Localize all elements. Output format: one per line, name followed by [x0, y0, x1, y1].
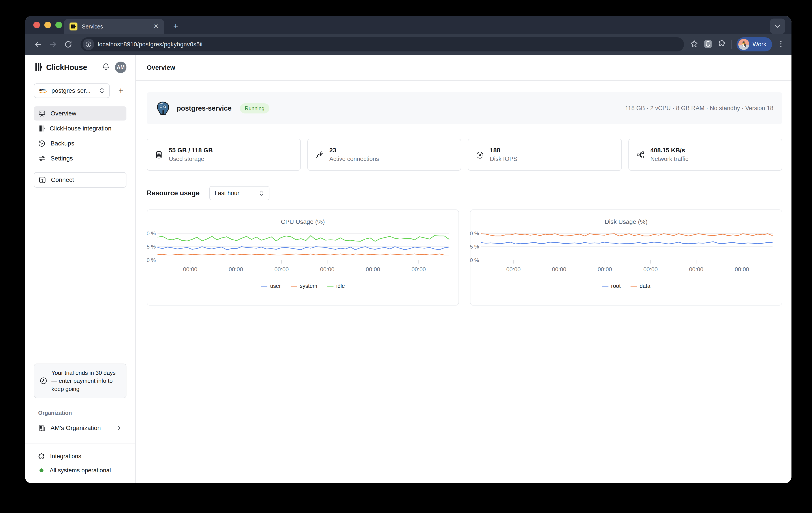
stat-label: Used storage	[169, 155, 213, 163]
legend-swatch-icon	[261, 286, 267, 287]
chevron-down-icon	[774, 23, 781, 30]
trial-notice[interactable]: Your trial ends in 30 days — enter payme…	[34, 364, 126, 398]
reload-icon	[64, 40, 72, 49]
svg-text:00:00: 00:00	[689, 266, 703, 273]
info-icon	[85, 41, 92, 48]
legend-item-user[interactable]: user	[261, 283, 281, 289]
service-selector[interactable]: aws postgres-ser...	[34, 83, 110, 98]
stat-card-disk-iops: 188 Disk IOPS	[468, 139, 622, 171]
bookmark-button[interactable]	[690, 39, 699, 49]
kebab-menu-icon	[777, 40, 785, 48]
svg-text:00:00: 00:00	[229, 266, 243, 273]
sidebar-item-settings[interactable]: Settings	[34, 151, 126, 166]
new-tab-button[interactable]: +	[173, 22, 178, 30]
minimize-window-button[interactable]	[45, 22, 51, 28]
stat-value: 55 GB / 118 GB	[169, 147, 213, 154]
legend-swatch-icon	[602, 286, 609, 287]
close-window-button[interactable]	[33, 22, 40, 28]
clickhouse-brand[interactable]: ClickHouse	[34, 63, 102, 72]
bell-icon	[102, 63, 110, 71]
svg-text:00:00: 00:00	[506, 266, 521, 273]
sidebar-item-overview[interactable]: Overview	[34, 106, 126, 120]
legend-item-system[interactable]: system	[291, 283, 317, 289]
forward-button[interactable]	[47, 38, 60, 51]
system-status-link[interactable]: All systems operational	[34, 464, 126, 477]
legend-item-data[interactable]: data	[630, 283, 650, 289]
profile-button[interactable]: 🐧 Work	[736, 37, 772, 51]
clickhouse-logo-icon	[34, 63, 42, 72]
disk-usage-plot: 70 %35 %0 %00:0000:0000:0000:0000:0000:0…	[470, 210, 782, 305]
extensions-button[interactable]	[718, 39, 726, 49]
legend-item-idle[interactable]: idle	[327, 283, 345, 289]
tab-strip: Services ✕ +	[25, 16, 791, 34]
browser-toolbar: localhost:8910/postgres/pgkybgnv0s5ii 🐧 …	[25, 34, 791, 55]
tab-close-icon[interactable]: ✕	[153, 23, 158, 30]
integrations-puzzle-icon	[38, 453, 45, 460]
chart-legend: rootdata	[470, 283, 782, 289]
sidebar-item-backups[interactable]: Backups	[34, 136, 126, 150]
notifications-button[interactable]	[102, 63, 110, 72]
back-button[interactable]	[32, 38, 45, 51]
svg-text:0 %: 0 %	[470, 257, 479, 263]
building-icon	[38, 424, 46, 432]
user-avatar[interactable]: AM	[115, 62, 126, 73]
time-range-select[interactable]: Last hour	[209, 186, 269, 200]
clock-icon	[39, 377, 48, 385]
service-selector-row: aws postgres-ser... +	[34, 83, 126, 98]
url-text: localhost:8910/postgres/pgkybgnv0s5ii	[98, 41, 203, 48]
sidebar-divider	[25, 443, 135, 444]
stat-value: 188	[490, 147, 517, 154]
address-bar[interactable]: localhost:8910/postgres/pgkybgnv0s5ii	[81, 37, 684, 51]
sidebar-header: ClickHouse AM	[34, 61, 126, 74]
svg-text:00:00: 00:00	[643, 266, 658, 273]
clickhouse-favicon	[69, 23, 78, 30]
legend-label: data	[640, 283, 650, 289]
sidebar-item-label: ClickHouse integration	[50, 125, 111, 132]
page-content: postgres-service Running 118 GB · 2 vCPU…	[136, 81, 791, 306]
sidebar-item-label: Overview	[51, 110, 76, 117]
postgresql-logo-icon	[155, 101, 170, 116]
settings-sliders-icon	[38, 155, 46, 162]
time-range-value: Last hour	[215, 190, 259, 197]
overview-icon	[38, 110, 46, 117]
clickhouse-bars-icon	[38, 125, 45, 132]
svg-text:0 %: 0 %	[147, 257, 156, 263]
integrations-link[interactable]: Integrations	[34, 450, 126, 463]
reload-button[interactable]	[62, 38, 75, 51]
tab-title: Services	[82, 23, 149, 30]
stat-label: Network traffic	[650, 155, 689, 163]
main-panel: Overview postgres-service Running	[136, 55, 791, 483]
cpu-usage-chart: CPU Usage (%) 70 %35 %0 %00:0000:0000:00…	[147, 209, 459, 306]
gauge-icon	[476, 150, 484, 159]
svg-text:00:00: 00:00	[366, 266, 380, 273]
shield-extension-button[interactable]	[703, 39, 713, 50]
trial-notice-text: Your trial ends in 30 days — enter payme…	[51, 369, 121, 393]
connect-button[interactable]: Connect	[34, 172, 126, 188]
sidebar-footer: Integrations All systems operational	[34, 450, 126, 477]
status-dot-icon	[39, 468, 44, 473]
toolbar-divider	[731, 40, 732, 49]
clickhouse-app: ClickHouse AM aws postgres-ser... +	[25, 55, 791, 483]
stat-label: Disk IOPS	[490, 155, 517, 163]
tab-search-button[interactable]	[770, 19, 785, 34]
service-name: postgres-service	[177, 105, 231, 112]
svg-text:00:00: 00:00	[735, 266, 749, 273]
legend-item-root[interactable]: root	[602, 283, 621, 289]
organization-item[interactable]: AM's Organization	[34, 421, 126, 435]
status-label: All systems operational	[50, 467, 111, 474]
site-info-button[interactable]	[83, 39, 94, 50]
network-icon	[636, 150, 645, 159]
browser-window: Services ✕ + localhost:8910/postgres/pgk…	[25, 16, 791, 483]
tab-services[interactable]: Services ✕	[64, 19, 164, 34]
legend-label: root	[611, 283, 621, 289]
stat-value: 23	[329, 147, 379, 154]
charts-row: CPU Usage (%) 70 %35 %0 %00:0000:0000:00…	[147, 209, 782, 306]
organization-section: Organization AM's Organization	[34, 410, 126, 435]
sidebar-item-clickhouse-integration[interactable]: ClickHouse integration	[34, 121, 126, 136]
zoom-window-button[interactable]	[55, 22, 62, 28]
add-service-button[interactable]: +	[115, 85, 126, 96]
stat-card-connections: 23 Active connections	[308, 139, 461, 171]
svg-text:00:00: 00:00	[274, 266, 289, 273]
connect-icon	[39, 176, 46, 184]
menu-button[interactable]	[777, 40, 785, 49]
